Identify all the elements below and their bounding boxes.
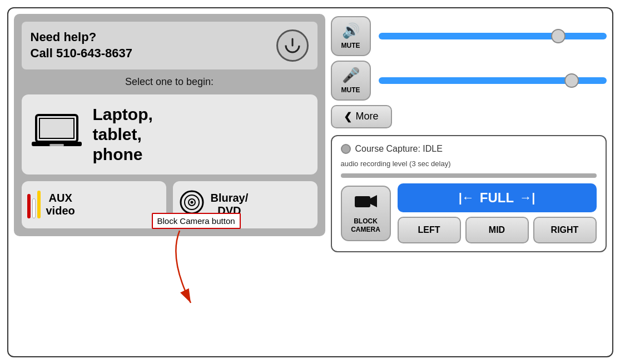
annotation-container: Block Camera button — [152, 213, 241, 229]
mute-mic-label: MUTE — [341, 86, 360, 94]
laptop-svg — [32, 112, 82, 151]
full-button[interactable]: |← FULL →| — [398, 183, 597, 212]
full-right-arrow: →| — [519, 191, 535, 205]
full-left-arrow: |← — [459, 191, 474, 205]
annotation-text: Block Camera button — [157, 216, 235, 226]
left-panel-wrapper: Need help? Call 510-643-8637 Select one … — [14, 14, 325, 351]
more-label: More — [355, 111, 378, 122]
help-text: Need help? Call 510-643-8637 — [31, 29, 132, 61]
left-panel: Need help? Call 510-643-8637 Select one … — [14, 14, 325, 236]
svg-rect-5 — [49, 144, 64, 146]
svg-rect-11 — [355, 196, 370, 207]
mic-slider-track[interactable] — [379, 77, 607, 84]
speaker-icon: 🔊 — [342, 22, 360, 39]
capture-status-row: Course Capture: IDLE — [341, 144, 597, 154]
mute-mic-row: 🎤 MUTE — [331, 61, 607, 101]
right-panel: 🔊 MUTE 🎤 MUTE ❮ More — [331, 14, 607, 351]
more-button[interactable]: ❮ More — [331, 105, 392, 128]
camera-icon — [355, 193, 377, 214]
laptop-button[interactable]: Laptop,tablet,phone — [22, 94, 318, 174]
right-button[interactable]: RIGHT — [533, 217, 597, 243]
select-label: Select one to begin: — [22, 76, 318, 88]
block-camera-text: BLOCKCAMERA — [351, 217, 380, 233]
annotation-box: Block Camera button — [152, 213, 241, 229]
power-button[interactable] — [276, 29, 309, 62]
capture-status-text: Course Capture: IDLE — [355, 144, 443, 154]
laptop-icon — [32, 112, 82, 157]
help-section: Need help? Call 510-643-8637 — [22, 22, 318, 69]
mid-button[interactable]: MID — [465, 217, 529, 243]
disc-svg — [178, 189, 205, 216]
mute-audio-label: MUTE — [341, 42, 360, 49]
mic-icon: 🎤 — [342, 67, 360, 84]
position-buttons: LEFT MID RIGHT — [398, 217, 597, 243]
audio-level-bar — [341, 173, 597, 178]
laptop-label: Laptop,tablet,phone — [93, 104, 153, 164]
mute-audio-button[interactable]: 🔊 MUTE — [331, 16, 371, 56]
audio-level-label: audio recording level (3 sec delay) — [341, 159, 597, 168]
mute-audio-row: 🔊 MUTE — [331, 16, 607, 56]
audio-slider-track[interactable] — [379, 33, 607, 39]
aux-button[interactable]: AUX video — [22, 181, 166, 228]
full-label: FULL — [480, 190, 514, 206]
status-dot — [341, 144, 351, 154]
capture-panel: Course Capture: IDLE audio recording lev… — [331, 135, 607, 252]
svg-marker-12 — [370, 195, 377, 207]
help-line1: Need help? — [31, 30, 97, 44]
aux-icon — [27, 191, 41, 218]
chevron-left-icon: ❮ — [344, 111, 352, 123]
svg-point-9 — [190, 201, 193, 203]
main-container: Need help? Call 510-643-8637 Select one … — [7, 7, 613, 357]
more-row: ❮ More — [331, 105, 607, 128]
annotation-arrow — [146, 225, 313, 325]
camera-svg — [355, 193, 377, 210]
power-icon — [284, 37, 301, 54]
svg-rect-3 — [39, 118, 74, 138]
mute-mic-button[interactable]: 🎤 MUTE — [331, 61, 371, 101]
block-camera-button[interactable]: BLOCKCAMERA — [341, 186, 391, 241]
aux-label: AUX video — [46, 192, 75, 217]
camera-controls: BLOCKCAMERA |← FULL →| LEFT MID RIGHT — [341, 183, 597, 243]
preset-buttons: |← FULL →| LEFT MID RIGHT — [398, 183, 597, 243]
help-line2: Call 510-643-8637 — [31, 46, 132, 60]
left-button[interactable]: LEFT — [398, 217, 461, 243]
